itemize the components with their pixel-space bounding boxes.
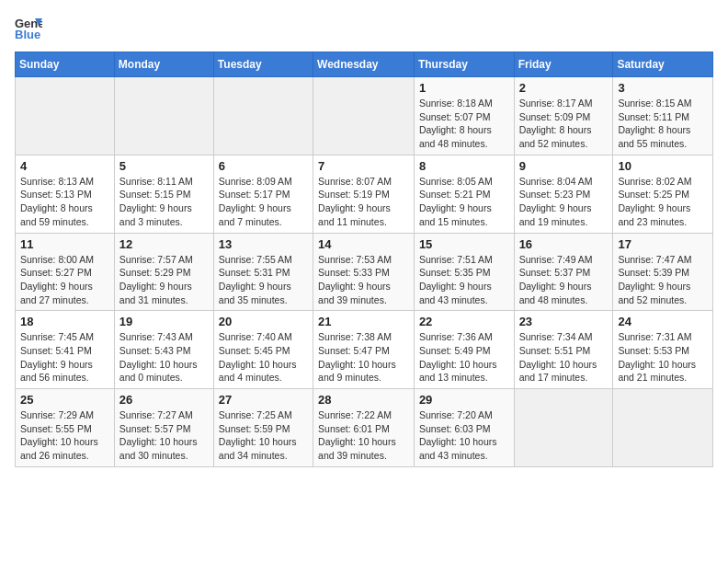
- day-info: Sunrise: 7:25 AM Sunset: 5:59 PM Dayligh…: [219, 408, 308, 463]
- day-number: 15: [419, 237, 509, 251]
- logo-icon: General Blue: [15, 15, 42, 42]
- day-number: 21: [318, 315, 409, 328]
- day-info: Sunrise: 7:43 AM Sunset: 5:43 PM Dayligh…: [119, 330, 209, 385]
- calendar-cell: 27Sunrise: 7:25 AM Sunset: 5:59 PM Dayli…: [213, 389, 313, 467]
- calendar-week-3: 18Sunrise: 7:45 AM Sunset: 5:41 PM Dayli…: [16, 311, 713, 389]
- calendar-cell: [313, 77, 415, 155]
- calendar-cell: [114, 77, 213, 155]
- calendar-cell: 11Sunrise: 8:00 AM Sunset: 5:27 PM Dayli…: [16, 233, 115, 311]
- day-info: Sunrise: 7:31 AM Sunset: 5:53 PM Dayligh…: [618, 330, 708, 385]
- day-number: 6: [219, 159, 308, 173]
- calendar-cell: 24Sunrise: 7:31 AM Sunset: 5:53 PM Dayli…: [613, 311, 713, 389]
- weekday-header-row: SundayMondayTuesdayWednesdayThursdayFrid…: [16, 52, 713, 77]
- day-info: Sunrise: 7:34 AM Sunset: 5:51 PM Dayligh…: [519, 330, 609, 385]
- calendar-cell: 14Sunrise: 7:53 AM Sunset: 5:33 PM Dayli…: [313, 233, 415, 311]
- day-number: 4: [20, 159, 109, 173]
- day-info: Sunrise: 8:18 AM Sunset: 5:07 PM Dayligh…: [419, 97, 509, 151]
- calendar-cell: 26Sunrise: 7:27 AM Sunset: 5:57 PM Dayli…: [114, 389, 213, 467]
- day-number: 10: [618, 159, 708, 173]
- svg-text:Blue: Blue: [15, 28, 40, 41]
- day-number: 2: [519, 81, 609, 95]
- calendar-cell: 28Sunrise: 7:22 AM Sunset: 6:01 PM Dayli…: [313, 389, 415, 467]
- day-number: 24: [618, 315, 708, 328]
- day-info: Sunrise: 7:47 AM Sunset: 5:39 PM Dayligh…: [618, 253, 708, 307]
- day-info: Sunrise: 7:40 AM Sunset: 5:45 PM Dayligh…: [219, 330, 308, 385]
- day-info: Sunrise: 8:00 AM Sunset: 5:27 PM Dayligh…: [20, 253, 109, 307]
- day-number: 17: [618, 237, 708, 251]
- day-number: 12: [119, 237, 209, 251]
- weekday-header-sunday: Sunday: [16, 52, 115, 77]
- day-number: 13: [219, 237, 308, 251]
- calendar-table: SundayMondayTuesdayWednesdayThursdayFrid…: [15, 52, 713, 467]
- calendar-cell: 8Sunrise: 8:05 AM Sunset: 5:21 PM Daylig…: [414, 155, 514, 233]
- calendar-cell: 20Sunrise: 7:40 AM Sunset: 5:45 PM Dayli…: [213, 311, 313, 389]
- calendar-cell: [613, 389, 713, 467]
- weekday-header-monday: Monday: [114, 52, 213, 77]
- day-info: Sunrise: 8:02 AM Sunset: 5:25 PM Dayligh…: [618, 175, 708, 229]
- day-info: Sunrise: 7:55 AM Sunset: 5:31 PM Dayligh…: [219, 253, 308, 307]
- day-number: 7: [318, 159, 409, 173]
- calendar-cell: 23Sunrise: 7:34 AM Sunset: 5:51 PM Dayli…: [514, 311, 613, 389]
- calendar-cell: 22Sunrise: 7:36 AM Sunset: 5:49 PM Dayli…: [414, 311, 514, 389]
- day-info: Sunrise: 7:27 AM Sunset: 5:57 PM Dayligh…: [119, 408, 209, 463]
- day-info: Sunrise: 8:13 AM Sunset: 5:13 PM Dayligh…: [20, 175, 109, 229]
- day-number: 9: [519, 159, 609, 173]
- calendar-cell: 5Sunrise: 8:11 AM Sunset: 5:15 PM Daylig…: [114, 155, 213, 233]
- calendar-cell: 3Sunrise: 8:15 AM Sunset: 5:11 PM Daylig…: [613, 77, 713, 155]
- weekday-header-tuesday: Tuesday: [213, 52, 313, 77]
- day-number: 11: [20, 237, 109, 251]
- day-info: Sunrise: 8:11 AM Sunset: 5:15 PM Dayligh…: [119, 175, 209, 229]
- day-info: Sunrise: 7:29 AM Sunset: 5:55 PM Dayligh…: [20, 408, 109, 463]
- calendar-cell: 2Sunrise: 8:17 AM Sunset: 5:09 PM Daylig…: [514, 77, 613, 155]
- calendar-cell: 17Sunrise: 7:47 AM Sunset: 5:39 PM Dayli…: [613, 233, 713, 311]
- day-info: Sunrise: 8:07 AM Sunset: 5:19 PM Dayligh…: [318, 175, 409, 229]
- day-number: 23: [519, 315, 609, 328]
- calendar-cell: 9Sunrise: 8:04 AM Sunset: 5:23 PM Daylig…: [514, 155, 613, 233]
- calendar-week-2: 11Sunrise: 8:00 AM Sunset: 5:27 PM Dayli…: [16, 233, 713, 311]
- calendar-cell: 16Sunrise: 7:49 AM Sunset: 5:37 PM Dayli…: [514, 233, 613, 311]
- day-info: Sunrise: 8:05 AM Sunset: 5:21 PM Dayligh…: [419, 175, 509, 229]
- calendar-cell: 13Sunrise: 7:55 AM Sunset: 5:31 PM Dayli…: [213, 233, 313, 311]
- day-number: 3: [618, 81, 708, 95]
- calendar-cell: [16, 77, 115, 155]
- calendar-cell: 12Sunrise: 7:57 AM Sunset: 5:29 PM Dayli…: [114, 233, 213, 311]
- calendar-week-0: 1Sunrise: 8:18 AM Sunset: 5:07 PM Daylig…: [16, 77, 713, 155]
- day-number: 26: [119, 393, 209, 407]
- calendar-cell: [213, 77, 313, 155]
- calendar-cell: [514, 389, 613, 467]
- day-number: 22: [419, 315, 509, 328]
- calendar-cell: 10Sunrise: 8:02 AM Sunset: 5:25 PM Dayli…: [613, 155, 713, 233]
- day-info: Sunrise: 7:49 AM Sunset: 5:37 PM Dayligh…: [519, 253, 609, 307]
- day-number: 16: [519, 237, 609, 251]
- day-info: Sunrise: 8:04 AM Sunset: 5:23 PM Dayligh…: [519, 175, 609, 229]
- day-number: 28: [318, 393, 409, 407]
- calendar-cell: 15Sunrise: 7:51 AM Sunset: 5:35 PM Dayli…: [414, 233, 514, 311]
- calendar-cell: 1Sunrise: 8:18 AM Sunset: 5:07 PM Daylig…: [414, 77, 514, 155]
- weekday-header-friday: Friday: [514, 52, 613, 77]
- day-number: 14: [318, 237, 409, 251]
- day-info: Sunrise: 7:22 AM Sunset: 6:01 PM Dayligh…: [318, 408, 409, 463]
- calendar-cell: 29Sunrise: 7:20 AM Sunset: 6:03 PM Dayli…: [414, 389, 514, 467]
- day-info: Sunrise: 8:17 AM Sunset: 5:09 PM Dayligh…: [519, 97, 609, 151]
- day-number: 19: [119, 315, 209, 328]
- calendar-cell: 21Sunrise: 7:38 AM Sunset: 5:47 PM Dayli…: [313, 311, 415, 389]
- calendar-cell: 4Sunrise: 8:13 AM Sunset: 5:13 PM Daylig…: [16, 155, 115, 233]
- day-number: 20: [219, 315, 308, 328]
- weekday-header-thursday: Thursday: [414, 52, 514, 77]
- calendar-cell: 18Sunrise: 7:45 AM Sunset: 5:41 PM Dayli…: [16, 311, 115, 389]
- day-number: 27: [219, 393, 308, 407]
- weekday-header-wednesday: Wednesday: [313, 52, 415, 77]
- day-number: 8: [419, 159, 509, 173]
- calendar-cell: 6Sunrise: 8:09 AM Sunset: 5:17 PM Daylig…: [213, 155, 313, 233]
- logo: General Blue: [15, 15, 42, 42]
- day-info: Sunrise: 7:38 AM Sunset: 5:47 PM Dayligh…: [318, 330, 409, 385]
- weekday-header-saturday: Saturday: [613, 52, 713, 77]
- day-info: Sunrise: 7:57 AM Sunset: 5:29 PM Dayligh…: [119, 253, 209, 307]
- day-number: 5: [119, 159, 209, 173]
- day-number: 18: [20, 315, 109, 328]
- calendar-cell: 25Sunrise: 7:29 AM Sunset: 5:55 PM Dayli…: [16, 389, 115, 467]
- day-info: Sunrise: 7:36 AM Sunset: 5:49 PM Dayligh…: [419, 330, 509, 385]
- day-info: Sunrise: 7:51 AM Sunset: 5:35 PM Dayligh…: [419, 253, 509, 307]
- calendar-week-1: 4Sunrise: 8:13 AM Sunset: 5:13 PM Daylig…: [16, 155, 713, 233]
- calendar-cell: 19Sunrise: 7:43 AM Sunset: 5:43 PM Dayli…: [114, 311, 213, 389]
